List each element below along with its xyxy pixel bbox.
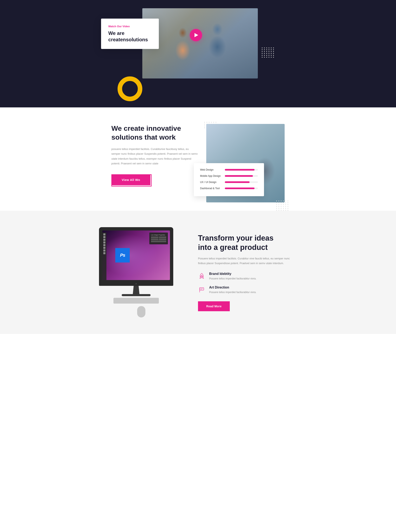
skill-bar-bg-mobile bbox=[225, 175, 258, 177]
product-heading: Transform your ideas into a great produc… bbox=[198, 233, 297, 252]
hero-card: Watch Our Video We are creatensolutions bbox=[101, 18, 159, 49]
imac-stand-base bbox=[122, 294, 151, 296]
skill-name-ux: UX / UI Design bbox=[200, 181, 216, 184]
art-direction-desc: Posuere tellus imperdiet faciliurabitur … bbox=[209, 290, 256, 294]
skills-panel: Web Design Mobile App Design bbox=[194, 163, 264, 196]
skill-name-web: Web Design bbox=[200, 168, 214, 171]
product-content: Transform your ideas into a great produc… bbox=[198, 233, 297, 311]
imac-chin bbox=[99, 282, 173, 286]
solutions-right: Web Design Mobile App Design bbox=[206, 124, 285, 202]
skill-bar-bg-dashboard bbox=[225, 187, 258, 189]
yellow-donut-decoration bbox=[117, 76, 142, 101]
brand-identity-title: Brand Idebtity bbox=[209, 272, 256, 276]
dots-decoration-solutions-bottom bbox=[276, 198, 289, 211]
skill-bar-fill-web bbox=[225, 169, 255, 171]
imac-body: Ps Live Shape Properties bbox=[99, 227, 173, 317]
ps-field bbox=[159, 236, 166, 238]
product-description: Posuere tellus imperdiet facilisis. Cura… bbox=[198, 256, 297, 266]
skill-name-mobile: Mobile App Design bbox=[200, 174, 221, 177]
ps-properties-panel: Live Shape Properties bbox=[149, 233, 168, 244]
solutions-section: We create innovative solutions that work… bbox=[99, 108, 297, 211]
ps-field bbox=[151, 236, 158, 238]
toolbar-icon bbox=[103, 241, 105, 244]
svg-rect-1 bbox=[200, 288, 204, 290]
skill-dashboard: Dashborad & Tool bbox=[200, 187, 258, 190]
imac-screen-bezel: Ps Live Shape Properties bbox=[99, 227, 173, 282]
solutions-left: We create innovative solutions that work… bbox=[111, 124, 198, 185]
skill-name-dashboard: Dashborad & Tool bbox=[200, 187, 220, 190]
toolbar-icon bbox=[103, 239, 105, 241]
product-mockup: Ps Live Shape Properties bbox=[99, 227, 186, 317]
toolbar-icon bbox=[103, 236, 105, 238]
brand-identity-desc: Posuere tellus imperdiet faciliurabitur … bbox=[209, 277, 256, 281]
skill-ux-ui: UX / UI Design bbox=[200, 181, 258, 184]
imac-stand-neck bbox=[132, 286, 140, 294]
ps-field bbox=[151, 241, 166, 242]
toolbar-icon bbox=[103, 233, 105, 235]
product-section: Ps Live Shape Properties bbox=[0, 211, 396, 334]
ps-field bbox=[159, 239, 166, 240]
imac-chin-dot bbox=[135, 283, 137, 284]
solutions-layout: We create innovative solutions that work… bbox=[111, 124, 285, 202]
view-all-button[interactable]: View All Wo bbox=[111, 174, 150, 185]
solutions-description: posuere tellus imperdiet facilisis. Cura… bbox=[111, 147, 198, 166]
skill-web-design: Web Design bbox=[200, 168, 258, 171]
flag-icon bbox=[198, 286, 205, 293]
photoshop-badge: Ps bbox=[115, 248, 130, 263]
svg-point-0 bbox=[201, 275, 202, 276]
toolbar-icon bbox=[103, 247, 105, 249]
hero-image bbox=[142, 8, 258, 78]
feature-art-direction: Art Direction Posuere tellus imperdiet f… bbox=[198, 286, 297, 294]
skill-bar-bg-web bbox=[225, 169, 258, 171]
imac-screen: Ps Live Shape Properties bbox=[102, 230, 170, 280]
ps-toolbar bbox=[102, 233, 106, 280]
skill-bar-fill-dashboard bbox=[225, 187, 255, 189]
toolbar-icon bbox=[103, 250, 105, 251]
toolbar-icon bbox=[103, 252, 105, 254]
read-more-button[interactable]: Read More bbox=[198, 301, 230, 311]
art-direction-title: Art Direction bbox=[209, 286, 256, 289]
hero-heading: We are creatensolutions bbox=[108, 30, 151, 43]
skill-mobile-design: Mobile App Design bbox=[200, 174, 258, 177]
toolbar-icon bbox=[103, 244, 105, 246]
rocket-icon bbox=[198, 272, 205, 280]
ps-panel-title: Live Shape Properties bbox=[151, 234, 166, 236]
imac-keyboard bbox=[113, 298, 159, 304]
product-inner: Ps Live Shape Properties bbox=[99, 227, 297, 317]
skill-bar-fill-ux bbox=[225, 181, 250, 183]
art-direction-text: Art Direction Posuere tellus imperdiet f… bbox=[209, 286, 256, 294]
watch-label: Watch Our Video bbox=[108, 25, 151, 28]
ps-field bbox=[151, 239, 158, 240]
dots-decoration-hero bbox=[262, 45, 274, 58]
skill-bar-fill-mobile bbox=[225, 175, 253, 177]
hero-people bbox=[142, 8, 258, 78]
brand-identity-text: Brand Idebtity Posuere tellus imperdiet … bbox=[209, 272, 256, 281]
skill-bar-bg-ux bbox=[225, 181, 258, 183]
hero-image-wrapper bbox=[142, 8, 291, 78]
play-button[interactable] bbox=[190, 29, 202, 41]
solutions-heading: We create innovative solutions that work bbox=[111, 124, 198, 142]
imac-mouse bbox=[137, 306, 146, 317]
feature-brand-identity: Brand Idebtity Posuere tellus imperdiet … bbox=[198, 272, 297, 281]
hero-section: Watch Our Video We are creatensolutions bbox=[0, 0, 396, 108]
